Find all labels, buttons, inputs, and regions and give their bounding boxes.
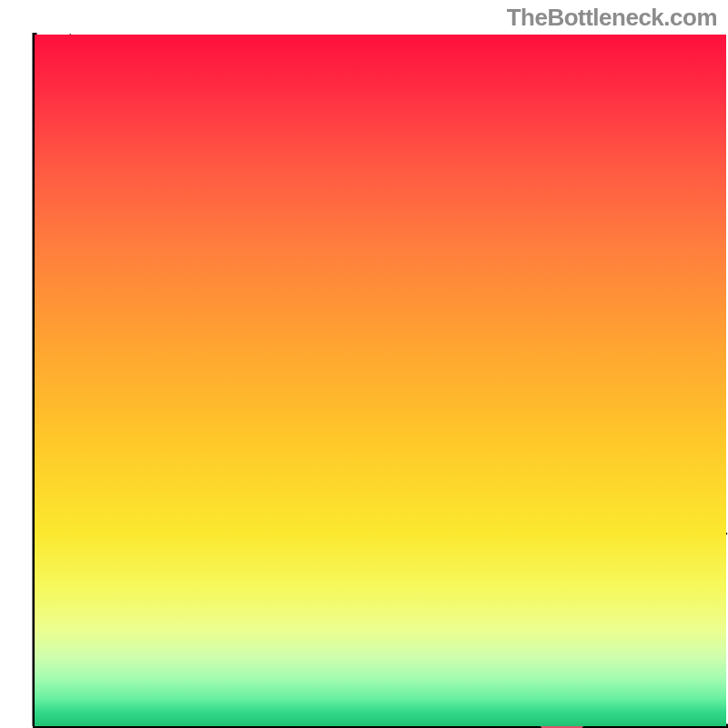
watermark-text: TheBottleneck.com — [507, 4, 717, 32]
chart-container: TheBottleneck.com — [0, 0, 728, 728]
chart-gradient-background — [35, 35, 726, 726]
